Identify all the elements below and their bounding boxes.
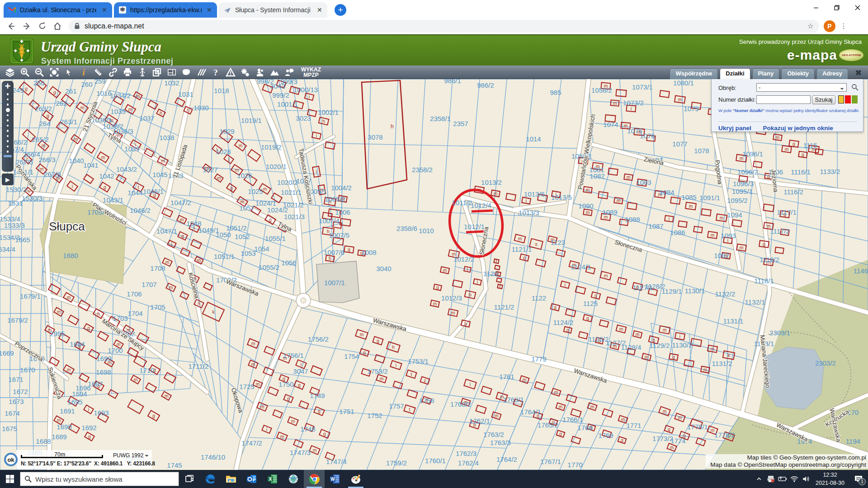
profile-avatar[interactable]: P [824, 20, 835, 32]
layout-icon[interactable] [166, 67, 177, 78]
measure-icon[interactable] [93, 67, 104, 78]
svg-text:m: m [663, 408, 667, 414]
reload-icon[interactable] [34, 19, 50, 34]
svg-text:1128/2: 1128/2 [645, 282, 665, 290]
zoom-level-dot[interactable] [7, 130, 9, 132]
edge-icon[interactable] [200, 470, 221, 488]
word-icon[interactable]: W [325, 470, 345, 488]
back-icon[interactable] [4, 19, 19, 34]
zoom-level-dot[interactable] [7, 135, 9, 137]
help-icon[interactable]: ? [210, 67, 221, 78]
info-icon[interactable]: i [78, 67, 89, 78]
zoom-level-dot[interactable] [7, 140, 9, 142]
window-minimize-button[interactable] [806, 0, 826, 15]
zoom-level-dot[interactable] [7, 150, 9, 153]
settings-icon[interactable] [240, 67, 250, 78]
volume-icon[interactable] [800, 470, 812, 488]
svg-text:i: i [316, 169, 317, 174]
zoom-in-icon[interactable] [19, 67, 30, 78]
warning-icon[interactable] [225, 67, 236, 78]
svg-text:1095/2: 1095/2 [727, 197, 748, 204]
crs-label[interactable]: PUWG 1992 [113, 452, 143, 459]
globe-icon[interactable] [283, 470, 304, 488]
panel-tab-współrzędne[interactable]: Współrzędne [670, 68, 718, 79]
zoom-out-icon[interactable] [34, 67, 45, 78]
browser-tab-3-active[interactable]: Słupca - System Informacji Przest ✕ [219, 2, 327, 18]
lock-icon [74, 23, 80, 29]
explorer-icon[interactable] [221, 470, 241, 488]
panel-expand-arrow[interactable]: ▶ [2, 174, 14, 185]
panel-tab-działki[interactable]: Działki [720, 68, 750, 79]
copy-view-icon[interactable] [151, 67, 162, 78]
zoom-level-dot[interactable] [7, 93, 9, 95]
svg-text:1050: 1050 [216, 231, 231, 239]
single-window-link[interactable]: Pokazuj w jednym oknie [763, 125, 833, 131]
outlook-icon[interactable] [241, 470, 262, 488]
polygon-note-icon[interactable] [181, 67, 192, 78]
panel-tab-adresy[interactable]: Adresy [816, 68, 848, 79]
zoom-level-dot[interactable] [7, 103, 9, 106]
battery-icon[interactable] [777, 470, 788, 488]
wykaz-mpzp-button[interactable]: WYKAZ MPZP [301, 67, 321, 78]
chrome-icon[interactable] [304, 470, 325, 488]
legend-green[interactable] [852, 95, 858, 103]
link-icon[interactable] [108, 67, 118, 78]
zoom-level-dot[interactable] [7, 99, 9, 101]
numer-dzialki-input[interactable] [756, 95, 811, 104]
forward-icon[interactable] [19, 19, 34, 34]
start-button[interactable] [0, 470, 20, 488]
panel-tab-obiekty[interactable]: Obiekty [781, 68, 815, 79]
tab-close-icon[interactable]: ✕ [206, 6, 212, 14]
zoom-level-current[interactable] [6, 108, 10, 112]
window-restore-button[interactable] [826, 0, 847, 15]
zoom-in-button[interactable]: + [5, 81, 11, 91]
zoom-level-dot[interactable] [7, 114, 9, 117]
zoom-level-dot[interactable] [7, 119, 9, 122]
map-canvas[interactable]: hggmmgmmmmmmhhimtmmigtghmmmijmggmmihiimh… [0, 79, 868, 470]
obreb-search-icon[interactable] [851, 84, 859, 91]
window-close-button[interactable] [847, 0, 868, 15]
excel-icon[interactable]: X [262, 470, 283, 488]
zoom-slider[interactable] [6, 93, 10, 153]
zoom-out-button[interactable] [4, 155, 12, 157]
home-icon[interactable] [50, 19, 65, 34]
browser-menu-icon[interactable]: ⋮ [838, 22, 849, 30]
hide-panel-link[interactable]: Ukryj panel [718, 125, 751, 131]
pointer-icon[interactable] [63, 67, 74, 78]
panel-close-icon[interactable]: ✖ [855, 68, 862, 78]
szukaj-button[interactable]: Szukaj [812, 95, 835, 104]
wifi-icon[interactable] [788, 470, 800, 488]
full-extent-icon[interactable] [49, 67, 60, 78]
zoom-level-dot[interactable] [7, 145, 9, 148]
layers-icon[interactable] [5, 67, 15, 78]
legend-red[interactable] [845, 95, 851, 103]
notification-icon[interactable]: 1 [849, 470, 868, 488]
zoom-level-dot[interactable] [7, 125, 9, 127]
tab-close-icon[interactable]: ✕ [101, 6, 108, 14]
bookmark-star-icon[interactable]: ☆ [807, 22, 814, 30]
task-view-icon[interactable] [179, 470, 200, 488]
taskbar-clock[interactable]: 12:322021-08-30 [816, 471, 844, 487]
terrain-icon[interactable] [269, 67, 280, 78]
crs-chevron-icon[interactable]: ⌄ [144, 451, 149, 458]
hatch-icon[interactable] [196, 67, 207, 78]
ok-button[interactable]: ok [4, 453, 18, 466]
new-tab-button[interactable]: + [335, 4, 346, 16]
address-bar[interactable]: slupca.e-mapa.net ☆ [69, 20, 819, 33]
tab-close-icon[interactable]: ✕ [316, 6, 323, 14]
person-note-icon[interactable] [284, 67, 295, 78]
tray-chevron-icon[interactable] [753, 470, 765, 488]
printer-status-icon[interactable] [765, 470, 777, 488]
browser-tab-2[interactable]: https://przegladarka-ekw.ms.gov ✕ [114, 2, 217, 18]
print-icon[interactable] [122, 67, 133, 78]
svg-text:1007/5: 1007/5 [329, 231, 349, 239]
paint-icon[interactable] [345, 470, 366, 488]
streetview-icon[interactable] [137, 67, 148, 78]
taskbar-search[interactable]: Wpisz tu wyszukiwane słowa [20, 472, 179, 486]
browser-tab-1[interactable]: Działka ul. Słoneczna - przemysla ✕ [4, 2, 112, 18]
svg-text:m: m [80, 105, 85, 110]
panel-tab-plany[interactable]: Plany [752, 68, 780, 79]
legend-yellow[interactable] [838, 95, 844, 103]
obreb-select[interactable]: -⌄ [756, 83, 847, 92]
locate-person-icon[interactable] [255, 67, 265, 78]
